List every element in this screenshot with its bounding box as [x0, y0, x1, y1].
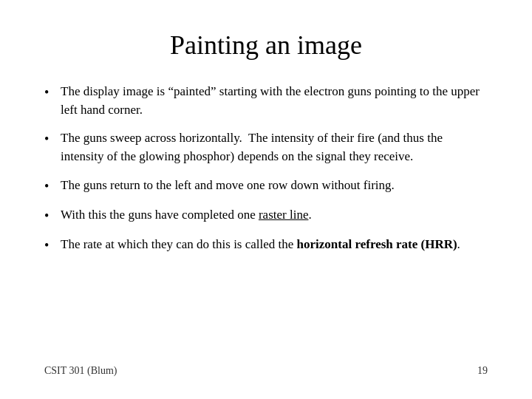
- bullet-dot: •: [44, 129, 61, 149]
- list-item: • The display image is “painted” startin…: [44, 83, 488, 119]
- bullet-dot: •: [44, 177, 61, 196]
- bullet-dot: •: [44, 236, 61, 255]
- bullet-text: The display image is “painted” starting …: [61, 83, 488, 119]
- bullet-dot: •: [44, 83, 61, 102]
- bullet-text: The rate at which they can do this is ca…: [61, 236, 488, 254]
- list-item: • The guns sweep across horizontally. Th…: [44, 129, 488, 166]
- list-item: • The guns return to the left and move o…: [44, 177, 488, 196]
- bullet-text: The guns return to the left and move one…: [61, 177, 488, 195]
- footer-left: CSIT 301 (Blum): [44, 365, 117, 377]
- slide-title: Painting an image: [44, 30, 488, 61]
- hrr-text: horizontal refresh rate (HRR): [297, 237, 457, 251]
- raster-line-text: raster line: [259, 208, 309, 222]
- slide: Painting an image • The display image is…: [0, 0, 532, 399]
- footer-right: 19: [477, 365, 488, 377]
- list-item: • The rate at which they can do this is …: [44, 236, 488, 255]
- bullet-text: With this the guns have completed one ra…: [61, 206, 488, 225]
- bullet-list: • The display image is “painted” startin…: [44, 83, 488, 358]
- slide-footer: CSIT 301 (Blum) 19: [44, 365, 488, 377]
- list-item: • With this the guns have completed one …: [44, 206, 488, 225]
- bullet-text: The guns sweep across horizontally. The …: [61, 129, 488, 166]
- bullet-dot: •: [44, 206, 61, 225]
